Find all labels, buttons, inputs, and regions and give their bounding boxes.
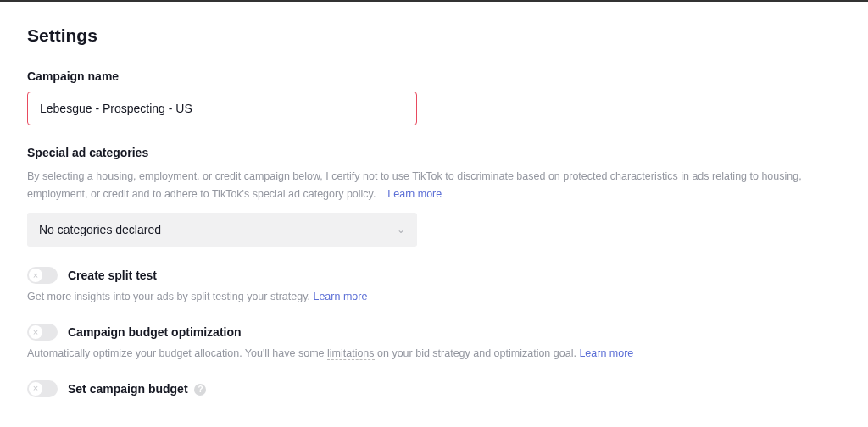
page-title: Settings xyxy=(27,25,841,46)
help-icon[interactable]: ? xyxy=(194,384,206,396)
budget-opt-limitations-text: limitations xyxy=(327,347,375,360)
set-budget-section: Set campaign budget ? xyxy=(27,380,841,397)
special-categories-label: Special ad categories xyxy=(27,146,841,159)
special-categories-section: Special ad categories By selecting a hou… xyxy=(27,146,841,247)
special-categories-select[interactable]: No categories declared ⌄ xyxy=(27,213,417,247)
budget-optimization-section: Campaign budget optimization Automatical… xyxy=(27,324,841,362)
set-budget-label: Set campaign budget ? xyxy=(68,382,206,396)
special-categories-learn-more-link[interactable]: Learn more xyxy=(387,188,442,200)
budget-optimization-toggle[interactable] xyxy=(27,324,58,341)
campaign-name-label: Campaign name xyxy=(27,69,841,83)
budget-optimization-learn-more-link[interactable]: Learn more xyxy=(579,347,633,359)
split-test-desc-text: Get more insights into your ads by split… xyxy=(27,291,310,302)
budget-opt-desc-post: on your bid strategy and optimization go… xyxy=(375,347,576,359)
toggle-knob-icon xyxy=(29,382,42,396)
toggle-knob-icon xyxy=(29,269,42,282)
campaign-name-input[interactable] xyxy=(27,92,417,125)
toggle-knob-icon xyxy=(29,325,42,339)
set-budget-toggle[interactable] xyxy=(27,380,58,397)
split-test-section: Create split test Get more insights into… xyxy=(27,267,841,305)
chevron-down-icon: ⌄ xyxy=(397,224,405,236)
campaign-name-section: Campaign name xyxy=(27,69,841,125)
split-test-learn-more-link[interactable]: Learn more xyxy=(313,291,367,302)
budget-opt-desc-pre: Automatically optimize your budget alloc… xyxy=(27,347,327,359)
split-test-label: Create split test xyxy=(68,269,157,282)
split-test-description: Get more insights into your ads by split… xyxy=(27,289,841,305)
split-test-toggle[interactable] xyxy=(27,267,58,284)
special-categories-selected-value: No categories declared xyxy=(39,223,161,236)
special-categories-description: By selecting a housing, employment, or c… xyxy=(27,168,841,202)
budget-optimization-label: Campaign budget optimization xyxy=(68,325,242,339)
budget-optimization-description: Automatically optimize your budget alloc… xyxy=(27,346,841,362)
